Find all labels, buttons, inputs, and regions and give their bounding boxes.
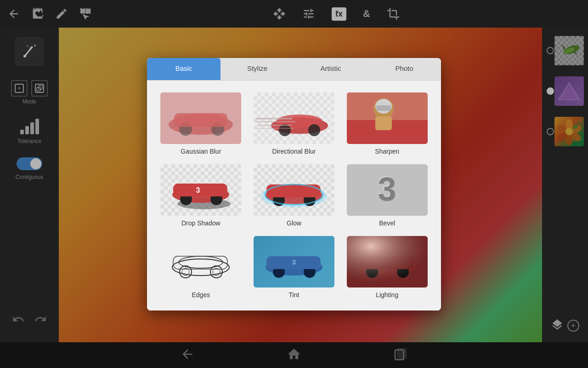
effect-drop-shadow[interactable]: 3 Drop Shadow	[154, 160, 248, 231]
effects-grid: Gaussian Blur	[147, 80, 441, 310]
svg-rect-38	[254, 121, 296, 122]
glow-label: Glow	[287, 219, 301, 227]
tab-artistic[interactable]: Artistic	[294, 58, 368, 80]
svg-text:3: 3	[196, 186, 200, 194]
tint-thumb: 3	[254, 236, 334, 288]
drop-shadow-thumb: 3	[160, 164, 241, 216]
gaussian-blur-thumb	[160, 92, 241, 144]
effect-edges[interactable]: ..... ..... ..... ...... Edges	[154, 231, 248, 303]
svg-text:3: 3	[292, 259, 296, 266]
edges-label: Edges	[192, 291, 210, 299]
svg-rect-68	[160, 236, 241, 288]
svg-rect-39	[257, 125, 292, 126]
svg-text:3: 3	[378, 171, 396, 207]
svg-rect-40	[255, 128, 294, 129]
effect-sharpen[interactable]: Sharpen	[340, 88, 434, 160]
svg-text:.....: .....	[206, 258, 209, 260]
glow-thumb	[254, 164, 334, 216]
drop-shadow-label: Drop Shadow	[181, 219, 220, 227]
tab-stylize[interactable]: Stylize	[220, 58, 294, 80]
svg-text:.....: .....	[188, 256, 191, 259]
edges-thumb: ..... ..... ..... ......	[160, 236, 241, 288]
bevel-thumb: 3 3 3	[347, 164, 428, 216]
bevel-label: Bevel	[379, 219, 395, 227]
sharpen-label: Sharpen	[375, 148, 399, 155]
tab-photo[interactable]: Photo	[368, 58, 441, 80]
svg-rect-46	[376, 105, 391, 111]
sharpen-thumb	[347, 92, 428, 144]
effect-glow[interactable]: Glow	[248, 160, 341, 231]
gaussian-blur-label: Gaussian Blur	[181, 148, 221, 155]
effect-directional-blur[interactable]: Directional Blur	[248, 88, 341, 160]
svg-rect-93	[347, 236, 428, 288]
tab-basic[interactable]: Basic	[147, 58, 220, 80]
lighting-thumb	[347, 236, 428, 288]
directional-blur-thumb	[254, 92, 334, 144]
lighting-label: Lighting	[376, 291, 398, 299]
tint-label: Tint	[289, 291, 300, 299]
effects-tabs: Basic Stylize Artistic Photo	[147, 58, 441, 80]
svg-rect-54	[173, 184, 227, 196]
svg-point-36	[308, 124, 320, 136]
effects-modal: Basic Stylize Artistic Photo	[147, 58, 441, 310]
svg-text:......: ......	[174, 264, 177, 266]
svg-rect-31	[160, 92, 241, 144]
effect-lighting[interactable]: Lighting	[340, 231, 434, 303]
svg-rect-37	[256, 118, 293, 120]
effect-bevel[interactable]: 3 3 3 Bevel	[340, 160, 434, 231]
directional-blur-label: Directional Blur	[272, 148, 316, 155]
effect-tint[interactable]: 3 Tint	[248, 231, 341, 303]
svg-rect-47	[375, 116, 392, 130]
svg-text:.....: .....	[179, 259, 182, 262]
effects-modal-overlay: Basic Stylize Artistic Photo	[0, 0, 588, 368]
effect-gaussian-blur[interactable]: Gaussian Blur	[154, 88, 248, 160]
